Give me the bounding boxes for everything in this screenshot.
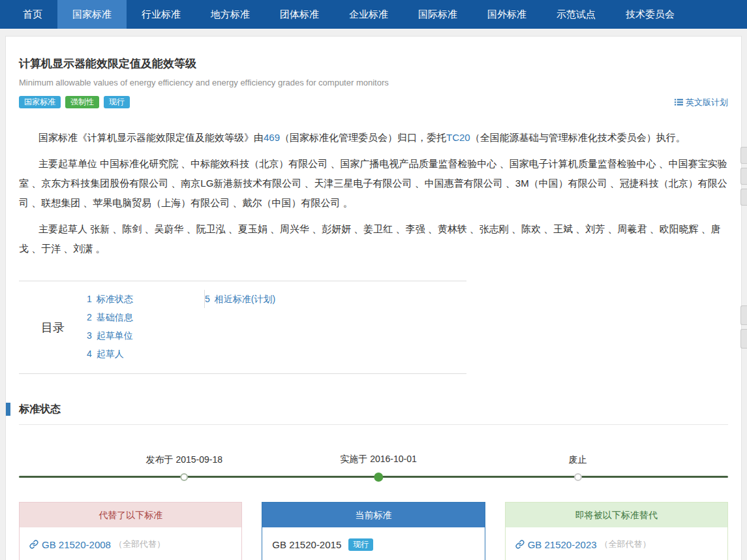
card-row-replaced: GB 21520-2008 （全部代替） <box>29 538 232 550</box>
section-marker <box>6 403 10 416</box>
toc-num: 3 <box>87 330 92 341</box>
link-icon <box>515 540 525 549</box>
toc-link-similar-standards[interactable]: 5相近标准(计划) <box>205 294 275 304</box>
intro-p1-mid: （国家标准化管理委员会）归口，委托 <box>280 132 446 143</box>
nav-item-enterprise-standards[interactable]: 企业标准 <box>334 0 403 29</box>
card-row-current: GB 21520-2015 现行 <box>272 538 474 551</box>
nav-item-national-standards[interactable]: 国家标准 <box>57 0 127 29</box>
toc-label: 相近标准(计划) <box>215 294 275 304</box>
toc-num: 1 <box>87 294 92 304</box>
intro-p1-post: （全国能源基础与管理标准化技术委员会）执行。 <box>470 132 686 143</box>
gb-21520-2015-code: GB 21520-2015 <box>272 539 341 550</box>
document-header: 计算机显示器能效限定值及能效等级 Minimum allowable value… <box>19 37 728 108</box>
nav-item-demonstration-pilot[interactable]: 示范试点 <box>541 0 611 29</box>
toc-item-standard-status: 1标准状态 <box>87 290 204 308</box>
card-body-replacing: GB 21520-2023 （全部代替） 显示器能效限定值及能效等级 <box>506 527 727 560</box>
timeline-point-implemented: 实施于 2016-10-01 <box>340 454 417 484</box>
list-icon <box>675 98 683 106</box>
side-widget-button[interactable] <box>740 329 747 349</box>
nav-item-group-standards[interactable]: 团体标准 <box>265 0 334 29</box>
intro-p1-pre: 国家标准《计算机显示器能效限定值及能效等级》由 <box>38 132 264 143</box>
toc-num: 4 <box>87 349 92 359</box>
side-widget-button[interactable] <box>740 168 747 185</box>
meta-row: 国家标准 强制性 现行 英文版计划 <box>19 96 728 108</box>
card-header-replacing: 即将被以下标准替代 <box>506 503 727 527</box>
side-widget-button[interactable] <box>740 189 747 206</box>
toc-num: 2 <box>87 312 92 322</box>
section-heading-label: 标准状态 <box>19 403 61 414</box>
card-header-current: 当前标准 <box>262 503 484 527</box>
toc-item-drafting-units: 3起草单位 <box>87 326 204 345</box>
badge-mandatory: 强制性 <box>65 96 99 108</box>
english-version-link[interactable]: 英文版计划 <box>675 97 728 108</box>
nav-item-technical-committee[interactable]: 技术委员会 <box>611 0 690 29</box>
current-status-badge: 现行 <box>348 538 373 551</box>
badge-current-status: 现行 <box>104 96 130 108</box>
content-panel: 计算机显示器能效限定值及能效等级 Minimum allowable value… <box>5 36 742 560</box>
link-icon <box>29 540 38 549</box>
intro-paragraph-drafters: 主要起草人 张新 、陈剑 、吴蔚华 、阮卫泓 、夏玉娟 、周兴华 、彭妍妍 、姜… <box>19 219 728 258</box>
card-row-replacing: GB 21520-2023 （全部代替） <box>515 538 718 550</box>
card-body-current: GB 21520-2015 现行 计算机显示器能效限定值及能效等级 <box>262 527 484 560</box>
card-header-replaced: 代替了以下标准 <box>20 503 241 527</box>
card-body-replaced: GB 21520-2008 （全部代替） 计算机显示器能效限定值及能效等级 <box>20 527 241 560</box>
timeline-dot-abolished <box>574 473 582 481</box>
timeline-label-implemented: 实施于 2016-10-01 <box>340 454 417 465</box>
nav-item-industry-standards[interactable]: 行业标准 <box>127 0 196 29</box>
timeline-dot-published <box>180 473 188 481</box>
standard-status-timeline: 发布于 2015-09-18 实施于 2016-10-01 废止 <box>19 447 728 484</box>
card-current-standard: 当前标准 GB 21520-2015 现行 计算机显示器能效限定值及能效等级 <box>262 502 485 560</box>
timeline-label-abolished: 废止 <box>569 454 587 466</box>
intro-paragraph-governance: 国家标准《计算机显示器能效限定值及能效等级》由469（国家标准化管理委员会）归口… <box>19 128 728 148</box>
toc-link-drafting-units[interactable]: 3起草单位 <box>87 330 133 341</box>
toc-label: 标准状态 <box>97 294 133 304</box>
toc-link-basic-info[interactable]: 2基础信息 <box>87 312 133 322</box>
dept-469-link[interactable]: 469 <box>264 132 280 143</box>
timeline-point-published: 发布于 2015-09-18 <box>146 454 223 484</box>
toc-column-1: 1标准状态 2基础信息 3起草单位 4起草人 <box>87 290 204 363</box>
toc-column-2: 5相近标准(计划) <box>204 290 275 308</box>
toc-num: 5 <box>205 294 210 304</box>
toc-label: 起草人 <box>97 349 124 359</box>
toc-link-standard-status[interactable]: 1标准状态 <box>87 294 133 304</box>
toc-label: 起草单位 <box>97 330 133 341</box>
toc-item-drafters: 4起草人 <box>87 345 204 363</box>
nav-item-home[interactable]: 首页 <box>8 0 57 29</box>
card-replacing-standard: 即将被以下标准替代 GB 21520-2023 （全部代替） 显示器能效限定值及… <box>505 502 728 560</box>
gb-21520-2023-link[interactable]: GB 21520-2023 <box>528 539 597 550</box>
badge-national-standard: 国家标准 <box>19 96 61 108</box>
side-widget-group-1 <box>740 147 747 210</box>
side-widget-button[interactable] <box>740 147 747 164</box>
replacement-note: （全部代替） <box>114 538 165 550</box>
section-heading-standard-status: 标准状态 <box>19 403 728 425</box>
toc-item-similar-standards: 5相近标准(计划) <box>205 290 275 308</box>
replacement-note: （全部代替） <box>600 538 651 550</box>
timeline-label-published: 发布于 2015-09-18 <box>146 454 223 466</box>
nav-item-foreign-standards[interactable]: 国外标准 <box>472 0 541 29</box>
side-widget-group-2 <box>740 305 747 352</box>
page-subtitle-english: Minimum allowable values of energy effic… <box>19 78 728 87</box>
gb-21520-2008-link[interactable]: GB 21520-2008 <box>42 539 111 550</box>
nav-item-local-standards[interactable]: 地方标准 <box>196 0 265 29</box>
table-of-contents: 目录 1标准状态 2基础信息 3起草单位 4起草人 5相近标准(计划) <box>19 281 466 374</box>
intro-section: 国家标准《计算机显示器能效限定值及能效等级》由469（国家标准化管理委员会）归口… <box>19 128 728 258</box>
toc-link-drafters[interactable]: 4起草人 <box>87 349 124 359</box>
timeline-point-abolished: 废止 <box>569 454 587 484</box>
card-replaced-standard: 代替了以下标准 GB 21520-2008 （全部代替） 计算机显示器能效限定值… <box>19 502 242 560</box>
toc-item-basic-info: 2基础信息 <box>87 308 204 326</box>
english-version-label: 英文版计划 <box>686 97 728 108</box>
status-cards: 代替了以下标准 GB 21520-2008 （全部代替） 计算机显示器能效限定值… <box>19 502 728 560</box>
tc20-link[interactable]: TC20 <box>446 132 470 143</box>
toc-label: 基础信息 <box>97 312 133 322</box>
toc-columns: 1标准状态 2基础信息 3起草单位 4起草人 5相近标准(计划) <box>87 281 275 373</box>
timeline-dot-implemented <box>374 473 383 482</box>
toc-title: 目录 <box>19 281 87 373</box>
nav-item-international-standards[interactable]: 国际标准 <box>403 0 472 29</box>
top-nav: 首页 国家标准 行业标准 地方标准 团体标准 企业标准 国际标准 国外标准 示范… <box>0 0 747 29</box>
side-widget-button[interactable] <box>740 305 747 325</box>
page-title: 计算机显示器能效限定值及能效等级 <box>19 56 728 71</box>
intro-paragraph-drafting-units: 主要起草单位 中国标准化研究院 、中标能效科技（北京）有限公司 、国家广播电视产… <box>19 154 728 213</box>
